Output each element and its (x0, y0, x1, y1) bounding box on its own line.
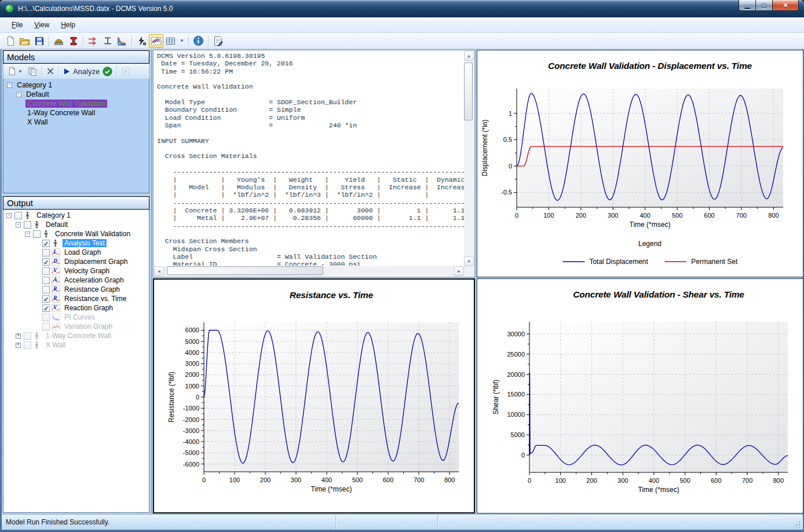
svg-text:-5000: -5000 (183, 449, 199, 456)
output-checkbox[interactable] (24, 221, 31, 229)
charge-weight-button[interactable] (52, 34, 66, 48)
output-checkbox[interactable] (42, 249, 50, 256)
output-checkbox[interactable] (24, 342, 31, 349)
svg-text:100: 100 (543, 212, 554, 219)
models-tree-item[interactable]: 1-Way Concrete Wall (3, 108, 149, 118)
output-tree-item[interactable]: Variation Graph (3, 322, 149, 331)
analyze-button[interactable]: Analyze (61, 65, 114, 78)
output-tree-item[interactable]: ✓RResistance vs. Time (3, 294, 149, 303)
models-tree-item[interactable]: X Wall (3, 118, 149, 127)
main-toolbar: ▼ (0, 33, 804, 49)
tree-expander[interactable]: - (25, 232, 30, 237)
cross-section-button[interactable] (66, 34, 81, 48)
tree-expander[interactable]: - (16, 222, 21, 228)
run-analysis-button[interactable] (134, 34, 149, 48)
tree-expander[interactable]: + (16, 343, 21, 348)
vertical-scroll-thumb[interactable] (464, 63, 473, 120)
output-tree-item[interactable]: PI Curves (3, 313, 149, 322)
run-lightning-icon (136, 36, 147, 46)
svg-text:A: A (53, 276, 57, 282)
resize-grip[interactable] (794, 521, 801, 528)
new-file-button[interactable] (3, 34, 17, 48)
toolbar-separator (131, 35, 132, 47)
run-batch-button[interactable] (119, 65, 132, 78)
output-tree-item[interactable]: -Default (3, 220, 149, 229)
output-checkbox[interactable]: ✓ (42, 240, 50, 247)
output-checkbox[interactable] (42, 314, 50, 321)
output-tree-item[interactable]: ✓Analysis Text (3, 239, 149, 248)
resistance-chart-panel: 0100200300400500600700800-6000-5000-4000… (153, 278, 475, 513)
tree-expander[interactable]: - (7, 83, 12, 88)
save-file-button[interactable] (32, 34, 46, 48)
title-bar[interactable]: H:\...\Calculations\MSSD.datx - DCMS Ver… (0, 0, 804, 17)
scroll-left-arrow[interactable]: ◄ (154, 266, 164, 276)
output-tree-item[interactable]: +X Wall (3, 340, 149, 350)
tree-expander[interactable]: - (16, 92, 21, 97)
info-button[interactable] (191, 34, 206, 48)
models-tree-item[interactable]: -Default (3, 90, 149, 99)
vertical-scrollbar[interactable]: ▲ ▼ (464, 51, 474, 266)
output-checkbox[interactable]: ✓ (42, 304, 50, 312)
output-tree-item[interactable]: -Concrete Wall Validation (3, 229, 149, 239)
horizontal-scrollbar[interactable]: ◄ ► (154, 266, 464, 276)
open-file-button[interactable] (17, 34, 32, 48)
output-tree-item[interactable]: LLoad Graph (3, 248, 149, 257)
toolbar-separator (116, 65, 117, 77)
horizontal-scroll-thumb[interactable] (167, 266, 323, 275)
output-tree-item[interactable]: -Category 1 (3, 211, 149, 220)
svg-text:5000: 5000 (511, 431, 525, 438)
scroll-up-arrow[interactable]: ▲ (464, 51, 474, 61)
output-checkbox[interactable] (33, 230, 41, 238)
output-checkbox[interactable] (42, 267, 50, 275)
svg-text:25000: 25000 (507, 351, 525, 358)
svg-text:100: 100 (229, 476, 240, 483)
scroll-down-arrow[interactable]: ▼ (464, 256, 474, 266)
report-button[interactable] (211, 34, 225, 48)
tree-expander[interactable]: - (6, 213, 12, 218)
svg-text:200: 200 (586, 477, 597, 484)
menu-file[interactable]: File (6, 19, 28, 31)
scroll-right-arrow[interactable]: ► (454, 266, 464, 276)
analysis-text-panel: DCMS Version 5.0.6198.30195 Date = Tuesd… (153, 50, 475, 277)
new-model-button[interactable]: ▼ (6, 65, 26, 78)
output-tree-item[interactable]: +1-Way Concrete Wall (3, 331, 149, 340)
menu-help[interactable]: Help (55, 19, 81, 31)
models-tree-item[interactable]: Concrete Wall Validation (3, 99, 149, 108)
output-tree-label: Category 1 (35, 211, 72, 219)
copy-model-button[interactable] (26, 65, 39, 78)
output-checkbox[interactable]: ✓ (42, 295, 50, 303)
delete-model-button[interactable] (45, 65, 56, 78)
output-tree-item[interactable]: AAcceleration Graph (3, 276, 149, 285)
close-button[interactable]: ✕ (772, 0, 799, 11)
tree-expander[interactable]: + (16, 333, 21, 339)
maximize-button[interactable]: ▢ (756, 0, 772, 11)
output-checkbox[interactable] (24, 332, 31, 340)
output-checkbox[interactable] (42, 286, 50, 293)
table-view-button[interactable] (163, 34, 178, 48)
output-tree-item[interactable]: RResistance Graph (3, 285, 149, 294)
new-model-dropdown[interactable]: ▼ (16, 69, 24, 74)
load-arrows-button[interactable] (86, 34, 100, 48)
menu-view[interactable]: View (28, 19, 55, 31)
minimize-button[interactable]: ▬ (739, 0, 756, 11)
pi-curves-button[interactable] (115, 34, 129, 48)
output-tree-item[interactable]: ✓DDisplacement Graph (3, 257, 149, 266)
output-tree-item[interactable]: VVelocity Graph (3, 266, 149, 276)
chart-view-button[interactable] (149, 34, 163, 48)
output-checkbox[interactable] (42, 323, 50, 331)
output-tree-item[interactable]: ✓VReaction Graph (3, 303, 149, 313)
output-checkbox[interactable]: ✓ (42, 258, 50, 266)
boundary-support-button[interactable] (100, 34, 115, 48)
output-checkbox[interactable] (14, 212, 22, 219)
output-tree-label: Displacement Graph (63, 258, 129, 266)
svg-text:0: 0 (515, 212, 518, 219)
models-toolbar: ▼ Analyze (3, 64, 149, 79)
delete-x-icon (46, 67, 54, 75)
menu-bar: FileViewHelp (0, 17, 804, 33)
open-folder-icon (19, 36, 30, 46)
models-tree-item[interactable]: -Category 1 (3, 80, 149, 90)
output-checkbox[interactable] (42, 277, 50, 284)
table-view-dropdown[interactable]: ▼ (178, 38, 186, 43)
main-content: Models ▼ Analyze (2, 49, 802, 514)
output-panel-title: Output (7, 198, 33, 208)
